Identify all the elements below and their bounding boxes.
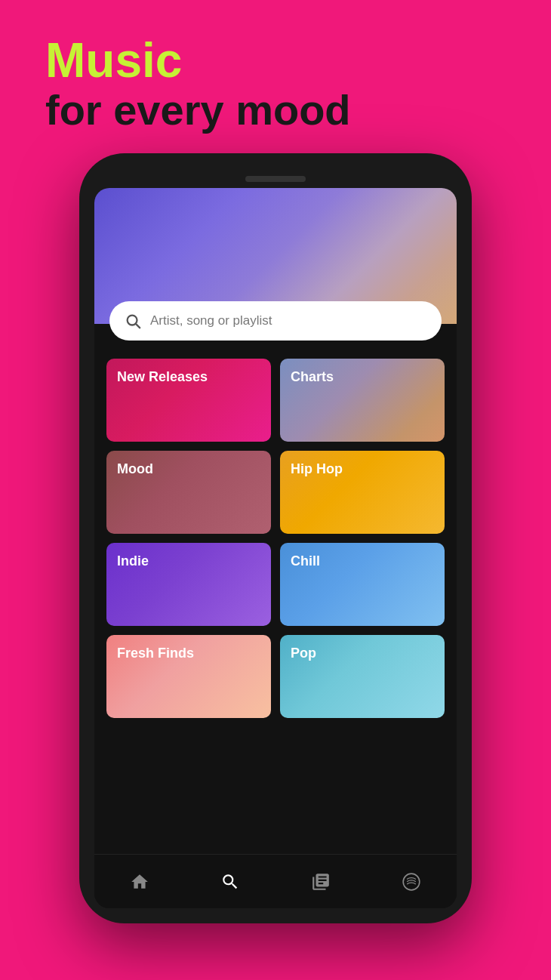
search-bar[interactable]: Artist, song or playlist [109,301,442,341]
category-card-mood[interactable]: Mood [106,451,271,534]
category-card-indie[interactable]: Indie [106,543,271,626]
header-music-label: Music [45,36,551,85]
bottom-navigation [94,854,457,908]
nav-item-library[interactable] [298,855,343,908]
category-label-pop: Pop [291,646,316,662]
phone-notch [94,168,457,188]
search-container: Artist, song or playlist [94,301,457,341]
spotify-icon [402,872,421,892]
nav-item-search[interactable] [208,855,253,908]
search-icon [125,313,141,329]
phone-screen: Artist, song or playlist New Releases Ch… [94,188,457,908]
category-card-new-releases[interactable]: New Releases [106,359,271,442]
search-placeholder-text: Artist, song or playlist [150,313,272,328]
category-label-indie: Indie [117,553,149,570]
svg-line-1 [136,324,140,328]
phone-mockup: Artist, song or playlist New Releases Ch… [79,153,472,923]
svg-point-2 [403,874,420,890]
category-label-new-releases: New Releases [117,369,208,386]
category-card-chill[interactable]: Chill [280,543,445,626]
home-icon [130,872,149,892]
category-label-fresh-finds: Fresh Finds [117,646,194,662]
category-card-charts[interactable]: Charts [280,359,445,442]
category-card-pop[interactable]: Pop [280,635,445,718]
header-mood-label: for every mood [45,85,551,135]
phone-speaker [245,176,306,182]
category-label-charts: Charts [291,369,334,386]
nav-item-home[interactable] [117,855,162,908]
nav-item-spotify[interactable] [389,855,434,908]
category-label-mood: Mood [117,461,153,478]
category-label-chill: Chill [291,553,320,570]
category-card-hip-hop[interactable]: Hip Hop [280,451,445,534]
category-label-hip-hop: Hip Hop [291,461,343,478]
categories-section: New Releases Charts Mood Hip Hop Indie C… [94,341,457,854]
search-nav-icon [220,872,240,892]
categories-grid: New Releases Charts Mood Hip Hop Indie C… [106,359,445,718]
library-icon [311,872,331,892]
category-card-fresh-finds[interactable]: Fresh Finds [106,635,271,718]
header-section: Music for every mood [0,0,551,153]
